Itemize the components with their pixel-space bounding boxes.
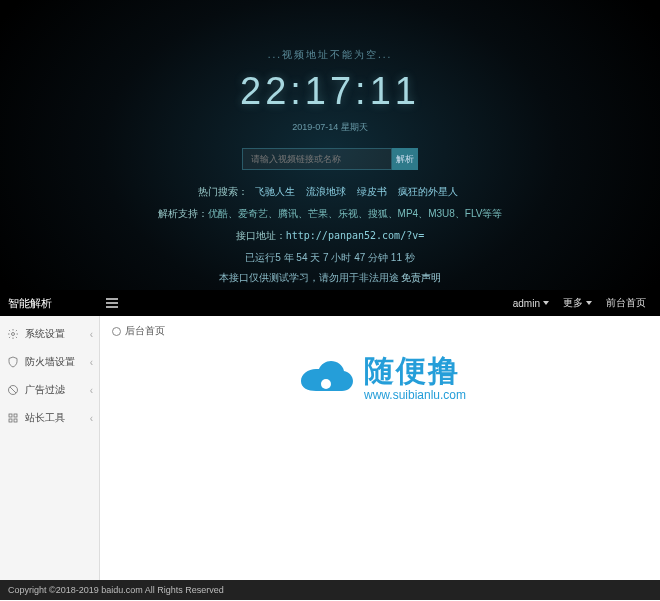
svg-rect-5	[9, 419, 12, 422]
svg-point-7	[321, 379, 331, 389]
sidebar-item-label: 站长工具	[25, 411, 90, 425]
home-icon	[112, 327, 121, 336]
parse-form: 解析	[0, 148, 660, 170]
footer: Copyright ©2018-2019 baidu.com All Right…	[0, 580, 660, 600]
tools-icon	[6, 411, 20, 425]
user-label: admin	[513, 298, 540, 309]
chevron-left-icon: ‹	[90, 329, 93, 340]
svg-rect-6	[14, 419, 17, 422]
sidebar: 系统设置 ‹ 防火墙设置 ‹ 广告过滤 ‹ 站长工具 ‹	[0, 316, 100, 580]
sidebar-item-firewall[interactable]: 防火墙设置 ‹	[0, 348, 99, 376]
admin-panel: 智能解析 admin 更多 前台首页 系统设置 ‹	[0, 290, 660, 600]
breadcrumb: 后台首页	[112, 324, 648, 338]
hot-link[interactable]: 飞驰人生	[255, 186, 295, 197]
clock-display: 22:17:11	[0, 70, 660, 113]
player-panel: ...视频地址不能为空... 22:17:11 2019-07-14 星期天 解…	[0, 0, 660, 290]
cloud-icon	[294, 359, 356, 399]
menu-toggle-button[interactable]	[100, 290, 124, 316]
api-row: 接口地址：http://panpan52.com/?v=	[0, 228, 660, 243]
watermark-en: www.suibianlu.com	[364, 388, 466, 402]
filter-icon	[6, 383, 20, 397]
shield-icon	[6, 355, 20, 369]
support-text: 优酷、爱奇艺、腾讯、芒果、乐视、搜狐、MP4、M3U8、FLV等等	[208, 208, 503, 219]
footer-text: Copyright ©2018-2019 baidu.com All Right…	[8, 585, 224, 595]
chevron-down-icon	[543, 301, 549, 305]
sidebar-item-label: 防火墙设置	[25, 355, 90, 369]
hot-link[interactable]: 疯狂的外星人	[398, 186, 458, 197]
more-label: 更多	[563, 296, 583, 310]
watermark-cn: 随便撸	[364, 356, 466, 386]
top-menu: admin 更多 前台首页	[513, 296, 660, 310]
disclaimer-link[interactable]: 免责声明	[401, 272, 441, 283]
admin-body: 系统设置 ‹ 防火墙设置 ‹ 广告过滤 ‹ 站长工具 ‹ 后台首页	[0, 316, 660, 580]
chevron-left-icon: ‹	[90, 385, 93, 396]
hot-link[interactable]: 绿皮书	[357, 186, 387, 197]
notice-body: 本接口仅供测试学习，请勿用于非法用途	[219, 272, 402, 283]
brand-title: 智能解析	[0, 296, 100, 311]
hot-search-row: 热门搜索： 飞驰人生 流浪地球 绿皮书 疯狂的外星人	[0, 184, 660, 199]
video-url-input[interactable]	[242, 148, 392, 170]
chevron-left-icon: ‹	[90, 357, 93, 368]
date-display: 2019-07-14 星期天	[0, 121, 660, 134]
frontend-label: 前台首页	[606, 296, 646, 310]
svg-line-2	[10, 387, 16, 393]
sidebar-item-tools[interactable]: 站长工具 ‹	[0, 404, 99, 432]
frontend-link[interactable]: 前台首页	[606, 296, 646, 310]
sidebar-item-system[interactable]: 系统设置 ‹	[0, 320, 99, 348]
api-label: 接口地址：	[236, 230, 286, 241]
svg-rect-4	[14, 414, 17, 417]
sidebar-item-label: 广告过滤	[25, 383, 90, 397]
content-area: 后台首页 随便撸 www.suibianlu.com	[100, 316, 660, 580]
breadcrumb-text: 后台首页	[125, 324, 165, 338]
chevron-left-icon: ‹	[90, 413, 93, 424]
admin-topbar: 智能解析 admin 更多 前台首页	[0, 290, 660, 316]
watermark-text: 随便撸 www.suibianlu.com	[364, 356, 466, 402]
chevron-down-icon	[586, 301, 592, 305]
support-row: 解析支持：优酷、爱奇艺、腾讯、芒果、乐视、搜狐、MP4、M3U8、FLV等等	[0, 206, 660, 221]
hot-link[interactable]: 流浪地球	[306, 186, 346, 197]
sidebar-item-label: 系统设置	[25, 327, 90, 341]
sidebar-item-adfilter[interactable]: 广告过滤 ‹	[0, 376, 99, 404]
notice-text: 本接口仅供测试学习，请勿用于非法用途 免责声明	[0, 271, 660, 285]
api-url: http://panpan52.com/?v=	[286, 230, 424, 241]
gear-icon	[6, 327, 20, 341]
support-label: 解析支持：	[158, 208, 208, 219]
hot-label: 热门搜索：	[198, 186, 248, 197]
svg-point-0	[12, 333, 15, 336]
hamburger-icon	[106, 302, 118, 304]
user-menu[interactable]: admin	[513, 298, 549, 309]
more-menu[interactable]: 更多	[563, 296, 592, 310]
parse-button[interactable]: 解析	[392, 148, 418, 170]
svg-rect-3	[9, 414, 12, 417]
warning-text: ...视频地址不能为空...	[0, 48, 660, 62]
watermark: 随便撸 www.suibianlu.com	[294, 356, 466, 402]
runtime-text: 已运行5 年 54 天 7 小时 47 分钟 11 秒	[0, 251, 660, 265]
